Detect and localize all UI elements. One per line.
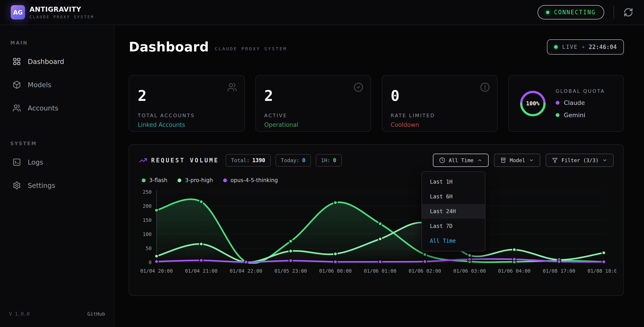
data-point-opus-4-5-thinking — [423, 260, 427, 263]
provider-name: Gemini — [564, 112, 586, 118]
y-tick-label: 150 — [143, 218, 152, 223]
cube-icon — [12, 80, 21, 89]
menu-item-all-time[interactable]: All Time — [422, 234, 485, 248]
y-tick-label: 200 — [143, 203, 152, 209]
x-tick-label: 01/06 00:00 — [319, 268, 352, 274]
x-tick-label: 01/06 02:00 — [408, 268, 441, 274]
live-separator-dot — [582, 46, 584, 48]
request-volume-line-chart: 05010015020025001/04 20:0001/04 21:0001/… — [139, 185, 616, 281]
app-logo: AG — [11, 5, 25, 20]
menu-item-last-7d[interactable]: Last 7D — [422, 219, 485, 234]
model-dropdown-button[interactable]: Model — [494, 154, 540, 167]
time-range-dropdown-menu: Last 1H Last 6H Last 24H Last 7D All Tim… — [422, 171, 486, 252]
stat-sublabel: Operational — [264, 122, 362, 128]
sidebar-item-label: Accounts — [28, 104, 58, 112]
trending-up-icon — [139, 156, 147, 164]
quota-legend-gemini: Gemini — [556, 112, 605, 118]
sidebar-item-label: Settings — [28, 182, 55, 190]
sidebar-item-settings[interactable]: Settings — [8, 177, 106, 194]
series-name: 3-flash — [149, 177, 167, 184]
time-range-value: All Time — [449, 158, 474, 163]
stat-label: ACTIVE — [264, 113, 362, 118]
today-requests-badge: Today: 0 — [276, 154, 311, 167]
live-clock: 22:46:04 — [589, 44, 617, 50]
nav-section-main-label: MAIN — [10, 40, 106, 46]
filter-button-label: Filter (3/3) — [562, 158, 598, 163]
sidebar-item-dashboard[interactable]: Dashboard — [8, 53, 106, 70]
archive-box-icon — [500, 157, 506, 163]
stat-label: RATE LIMITED — [391, 113, 488, 118]
chevron-down-icon — [529, 158, 534, 163]
time-range-dropdown-button[interactable]: All Time Last 1H Last 6H Last 24H Last 7… — [433, 154, 488, 167]
menu-item-last-1h[interactable]: Last 1H — [422, 174, 485, 189]
quota-label: GLOBAL QUOTA — [556, 88, 605, 94]
x-tick-label: 01/06 04:00 — [498, 268, 531, 274]
app-subtitle: CLAUDE PROXY SYSTEM — [30, 15, 94, 19]
y-tick-label: 100 — [143, 232, 152, 237]
provider-name: Claude — [564, 99, 585, 106]
filter-dropdown-button[interactable]: Filter (3/3) — [546, 154, 614, 167]
series-dot — [142, 178, 146, 182]
grid-icon — [12, 57, 21, 66]
data-point-3-flash — [378, 222, 382, 226]
stat-value: 2 — [138, 88, 236, 103]
sidebar-item-label: Dashboard — [28, 58, 64, 66]
menu-item-last-6h[interactable]: Last 6H — [422, 189, 485, 204]
data-point-opus-4-5-thinking — [512, 258, 516, 261]
x-tick-label: 01/08 17:00 — [543, 268, 575, 274]
data-point-3-flash — [334, 201, 337, 204]
brand-block: ANTIGRAVITY CLAUDE PROXY SYSTEM — [30, 5, 94, 19]
data-point-opus-4-5-thinking — [155, 260, 158, 263]
data-point-opus-4-5-thinking — [200, 258, 203, 262]
x-tick-label: 01/04 20:00 — [140, 268, 173, 274]
badge-label: Today: — [281, 158, 300, 163]
legend-item-opus-4-5-thinking: opus-4-5-thinking — [223, 177, 278, 184]
stat-card-global-quota: 100% GLOBAL QUOTA Claude Gemini — [508, 75, 624, 132]
funnel-icon — [552, 157, 558, 163]
data-point-opus-4-5-thinking — [602, 260, 606, 264]
y-tick-label: 0 — [149, 260, 152, 265]
x-tick-label: 01/06 03:00 — [453, 268, 486, 274]
app-header: AG ANTIGRAVITY CLAUDE PROXY SYSTEM CONNE… — [0, 0, 644, 25]
refresh-icon[interactable] — [624, 8, 633, 17]
stat-value: 2 — [264, 88, 362, 103]
data-point-3-pro-high — [378, 237, 382, 241]
sidebar-item-logs[interactable]: Logs — [8, 154, 106, 170]
data-point-opus-4-5-thinking — [378, 260, 382, 264]
check-circle-icon — [354, 82, 363, 92]
badge-value: 1390 — [252, 157, 265, 164]
app-name: ANTIGRAVITY — [30, 5, 94, 13]
sidebar-item-accounts[interactable]: Accounts — [8, 100, 106, 116]
live-label: LIVE — [562, 44, 578, 50]
data-point-3-pro-high — [468, 254, 471, 257]
github-link[interactable]: GitHub — [88, 311, 105, 317]
stat-label: TOTAL ACCOUNTS — [138, 113, 236, 118]
y-tick-label: 250 — [143, 189, 152, 195]
data-point-opus-4-5-thinking — [334, 260, 337, 264]
hour-requests-badge: 1H: 0 — [316, 154, 342, 167]
sidebar-item-label: Models — [28, 81, 52, 89]
sidebar-item-label: Logs — [28, 158, 43, 166]
stat-card-rate-limited: 0 RATE LIMITED Cooldown — [382, 75, 498, 132]
y-tick-label: 50 — [146, 246, 152, 251]
connection-status-badge: CONNECTING — [538, 5, 604, 20]
data-point-3-flash — [200, 200, 203, 204]
x-tick-label: 01/06 01:00 — [364, 268, 396, 274]
live-status-dot — [554, 45, 558, 49]
menu-item-last-24h[interactable]: Last 24H — [422, 204, 485, 219]
connection-status-text: CONNECTING — [554, 9, 596, 16]
sidebar-item-models[interactable]: Models — [8, 76, 106, 93]
series-dot — [178, 178, 181, 182]
series-dot — [223, 178, 227, 182]
header-divider — [614, 6, 614, 19]
data-point-3-pro-high — [512, 248, 516, 252]
badge-label: Total: — [231, 158, 250, 163]
data-point-3-pro-high — [334, 252, 337, 256]
x-tick-label: 01/08 18:00 — [588, 268, 616, 274]
stat-sublabel: Cooldown — [391, 122, 488, 128]
quota-legend-claude: Claude — [556, 99, 605, 106]
data-point-3-pro-high — [289, 250, 292, 253]
data-point-3-flash — [289, 240, 292, 243]
quota-percent: 100% — [519, 90, 547, 118]
request-volume-panel: REQUEST VOLUME Total: 1390 Today: 0 1H: … — [129, 144, 624, 296]
